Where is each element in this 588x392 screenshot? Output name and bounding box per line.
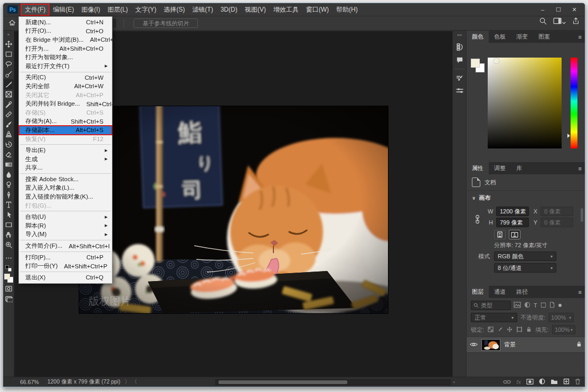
file-menu-item[interactable]: 自动(U) ▶ bbox=[19, 212, 112, 221]
lasso-tool-icon[interactable] bbox=[4, 59, 14, 69]
file-menu-item[interactable] bbox=[19, 250, 112, 253]
file-menu-item[interactable]: 关闭其它 Alt+Ctrl+P bbox=[19, 91, 112, 100]
gradient-tool-icon[interactable] bbox=[4, 160, 14, 170]
delete-layer-icon[interactable] bbox=[575, 378, 581, 386]
filter-type-layers-icon[interactable]: T bbox=[534, 302, 537, 309]
eraser-tool-icon[interactable] bbox=[4, 150, 14, 160]
search-icon[interactable] bbox=[539, 17, 547, 27]
file-menu-item[interactable]: 存储副本... Alt+Ctrl+S bbox=[19, 126, 112, 135]
collapse-arrow-icon[interactable]: ∨ bbox=[472, 195, 476, 201]
file-menu-item[interactable] bbox=[19, 239, 112, 241]
scrollbar-thumb[interactable] bbox=[219, 380, 347, 384]
tab-swatches[interactable]: 色板 bbox=[489, 31, 511, 43]
maximize-button[interactable]: ☐ bbox=[551, 4, 566, 15]
screen-mode-icon[interactable] bbox=[4, 294, 14, 304]
foreground-color-swatch[interactable] bbox=[4, 274, 10, 279]
file-menu-item[interactable]: 打开(O)... Ctrl+O bbox=[19, 27, 112, 36]
file-menu-item[interactable] bbox=[19, 71, 112, 73]
marquee-tool-icon[interactable] bbox=[4, 49, 14, 59]
landscape-orientation-button[interactable] bbox=[509, 230, 520, 239]
comments-panel-icon[interactable] bbox=[453, 53, 466, 66]
tab-paths[interactable]: 路径 bbox=[511, 286, 533, 298]
hue-slider[interactable] bbox=[571, 58, 577, 148]
close-button[interactable]: ✕ bbox=[567, 4, 582, 15]
lock-artboard-icon[interactable] bbox=[516, 326, 523, 333]
slices-from-guides-button[interactable]: 基于参考线的切片 bbox=[134, 18, 198, 28]
brush-settings-panel-icon[interactable] bbox=[453, 72, 466, 85]
frame-tool-icon[interactable] bbox=[4, 89, 14, 99]
status-arrows-icon[interactable]: 〉 〈 bbox=[125, 378, 137, 386]
default-colors-icon[interactable] bbox=[5, 265, 12, 272]
tab-channels[interactable]: 通道 bbox=[489, 286, 511, 298]
lock-image-icon[interactable] bbox=[497, 326, 503, 333]
properties-scrollbar[interactable] bbox=[580, 206, 584, 269]
layer-thumbnail[interactable] bbox=[481, 339, 500, 351]
eyedropper-tool-icon[interactable] bbox=[4, 99, 14, 109]
tab-gradients[interactable]: 渐变 bbox=[511, 31, 533, 43]
pen-tool-icon[interactable] bbox=[4, 190, 14, 200]
file-menu-item[interactable]: 打包(G)... bbox=[19, 201, 112, 210]
portrait-orientation-button[interactable] bbox=[494, 230, 506, 239]
tab-libraries[interactable]: 库 bbox=[511, 162, 527, 174]
add-adjustment-icon[interactable] bbox=[539, 378, 545, 386]
menu-bar-item[interactable]: 图像(I) bbox=[78, 4, 103, 15]
hand-tool-icon[interactable] bbox=[4, 230, 14, 240]
file-menu-item[interactable]: 打开为智能对象... bbox=[19, 53, 112, 62]
file-menu-item[interactable]: 导出(E) ▶ bbox=[19, 146, 112, 155]
menu-bar-item[interactable]: 增效工具 bbox=[270, 4, 302, 15]
menu-bar-item[interactable]: 编辑(E) bbox=[49, 4, 78, 15]
menu-bar-item[interactable]: 帮助(H) bbox=[333, 4, 362, 15]
layer-name[interactable]: 背景 bbox=[504, 341, 516, 349]
file-menu-item[interactable]: 关闭全部 Alt+Ctrl+W bbox=[19, 82, 112, 91]
history-brush-tool-icon[interactable] bbox=[4, 139, 14, 150]
link-layers-icon[interactable] bbox=[503, 379, 511, 385]
file-menu-item[interactable] bbox=[19, 143, 112, 146]
filter-toggle-icon[interactable] bbox=[558, 302, 562, 309]
filter-pixel-layers-icon[interactable] bbox=[514, 302, 521, 309]
foreground-background-swatches[interactable] bbox=[4, 274, 13, 283]
add-mask-icon[interactable] bbox=[526, 379, 534, 386]
quick-mask-icon[interactable] bbox=[4, 284, 14, 294]
file-menu-item[interactable]: 关闭(C) Ctrl+W bbox=[19, 73, 112, 82]
healing-brush-tool-icon[interactable] bbox=[4, 109, 14, 119]
workspace-icon[interactable] bbox=[553, 17, 566, 27]
width-field[interactable]: 1200 像素 bbox=[496, 207, 529, 216]
dock-expand-icon[interactable]: «« bbox=[457, 33, 462, 38]
color-mode-dropdown[interactable]: RGB 颜色▾ bbox=[494, 251, 556, 261]
panel-menu-icon[interactable]: ≡ bbox=[578, 165, 582, 172]
move-tool-icon[interactable] bbox=[4, 39, 14, 49]
color-field-marker[interactable] bbox=[494, 59, 499, 63]
file-menu-item[interactable]: 共享... bbox=[19, 164, 112, 173]
scrollbar-end-icon[interactable]: » bbox=[453, 380, 455, 385]
file-menu-item[interactable]: 存储(S) Ctrl+S bbox=[19, 108, 112, 117]
filter-shape-layers-icon[interactable] bbox=[540, 302, 546, 309]
file-menu-item[interactable]: 导入(M) ▶ bbox=[19, 230, 112, 239]
menu-bar-item[interactable]: 选择(S) bbox=[160, 4, 188, 15]
filter-adjustment-layers-icon[interactable] bbox=[524, 302, 530, 309]
menu-bar-item[interactable]: 3D(D) bbox=[217, 5, 241, 14]
layer-visibility-icon[interactable] bbox=[470, 342, 478, 348]
tool-presets-panel-icon[interactable] bbox=[453, 85, 466, 97]
clone-stamp-tool-icon[interactable] bbox=[4, 129, 14, 139]
menu-bar-item[interactable]: 文字(Y) bbox=[131, 4, 160, 15]
zoom-tool-icon[interactable] bbox=[4, 240, 14, 250]
file-menu-item[interactable]: 脚本(R) ▶ bbox=[19, 221, 112, 230]
layer-style-icon[interactable]: fx bbox=[516, 379, 521, 385]
file-menu-item[interactable]: 置入嵌入对象(L)... bbox=[19, 184, 112, 193]
tab-layers[interactable]: 图层 bbox=[467, 286, 489, 298]
file-menu-item[interactable]: 生成 ▶ bbox=[19, 155, 112, 164]
file-menu-item[interactable]: 新建(N)... Ctrl+N bbox=[19, 18, 112, 27]
panel-menu-icon[interactable]: ≡ bbox=[578, 34, 582, 40]
menu-bar-item[interactable]: 图层(L) bbox=[104, 4, 132, 15]
share-icon[interactable] bbox=[572, 17, 580, 27]
lock-transparent-icon[interactable] bbox=[488, 326, 494, 333]
file-menu-item[interactable]: 存储为(A)... Shift+Ctrl+S bbox=[19, 117, 112, 126]
type-tool-icon[interactable] bbox=[4, 200, 14, 210]
filter-smart-objects-icon[interactable] bbox=[549, 302, 555, 309]
color-field[interactable] bbox=[488, 58, 562, 148]
hue-slider-marker[interactable] bbox=[567, 134, 570, 138]
menu-bar-item[interactable]: 滤镜(T) bbox=[188, 4, 216, 15]
tab-properties[interactable]: 属性 bbox=[467, 162, 489, 174]
file-menu-item[interactable]: 打印(P)... Ctrl+P bbox=[19, 253, 112, 262]
slice-tool-icon[interactable] bbox=[4, 79, 14, 89]
